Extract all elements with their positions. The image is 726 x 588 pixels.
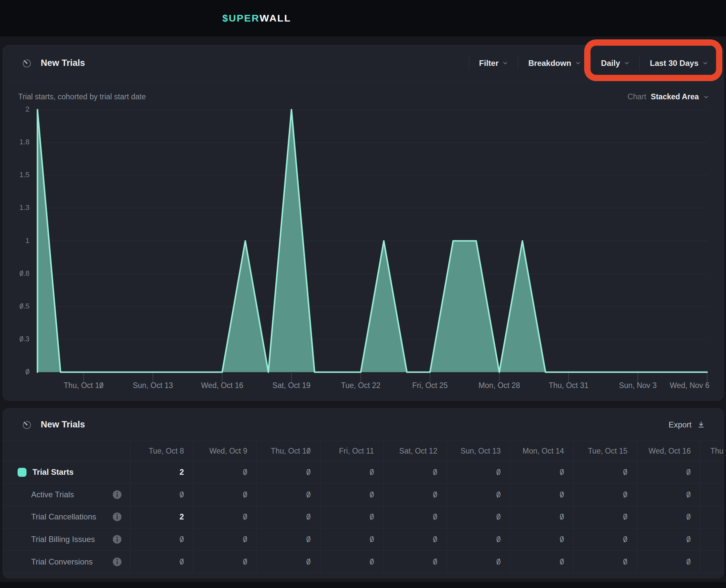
info-icon[interactable] <box>112 490 122 499</box>
chart-type-selector[interactable]: Chart Stacked Area <box>628 92 709 101</box>
chart-subtitle-row: Trial starts, cohorted by trial start da… <box>3 81 723 101</box>
table-cell: 0 <box>510 506 573 528</box>
table-panel-header: New Trials Export <box>3 408 723 441</box>
table-cell: 0 <box>573 506 637 528</box>
y-axis-label: 1.3 <box>3 203 29 212</box>
info-icon[interactable] <box>112 557 122 566</box>
chart-panel-header: New Trials Filter Breakdown Daily Last 3… <box>3 45 723 81</box>
table-cell: 0 <box>130 528 193 551</box>
table-cell: 0 <box>573 461 637 484</box>
table-cell: 0 <box>257 528 320 551</box>
table-cell: 0 <box>193 461 257 484</box>
row-label-text: Trial Conversions <box>31 557 93 566</box>
table-cell: 0 <box>510 484 573 506</box>
table-cell: 0 <box>383 551 447 573</box>
filter-dropdown[interactable]: Filter <box>469 56 518 70</box>
table-cell: 0 <box>257 506 320 528</box>
row-label-active-trials: Active Trials <box>3 484 130 506</box>
table-cell: 0 <box>510 528 573 551</box>
chart-type-label: Chart <box>628 92 646 101</box>
table-cell: 0 <box>510 551 573 573</box>
table-cell <box>700 551 723 573</box>
table-cell: 0 <box>193 551 257 573</box>
column-header: Tue, Oct 8 <box>130 441 193 461</box>
chevron-down-icon <box>703 60 708 66</box>
table-cell: 0 <box>257 461 320 484</box>
table-cell: 0 <box>193 506 257 528</box>
table-cell: 0 <box>447 461 510 484</box>
table-cell: 0 <box>320 528 383 551</box>
x-axis-label: Mon, Oct 28 <box>479 381 520 390</box>
breakdown-dropdown-label: Breakdown <box>528 59 571 68</box>
granularity-dropdown-label: Daily <box>601 59 620 68</box>
logo-text-white: WALL <box>260 13 291 24</box>
x-axis-label: Thu, Oct 31 <box>549 381 588 390</box>
logo-text-teal: $UPER <box>222 13 260 24</box>
column-header: Mon, Oct 14 <box>510 441 573 461</box>
date-range-dropdown-label: Last 30 Days <box>650 59 699 68</box>
table-title: New Trials <box>41 419 85 430</box>
chevron-down-icon <box>704 94 709 100</box>
y-axis-label: 0.5 <box>3 302 29 311</box>
table-cell: 0 <box>383 506 447 528</box>
table-cell: 0 <box>193 484 257 506</box>
table-cell: 0 <box>130 551 193 573</box>
table-corner-cell <box>3 441 130 461</box>
y-axis-label: 0.8 <box>3 269 29 278</box>
table-cell: 0 <box>637 484 700 506</box>
top-bar: $UPERWALL <box>0 0 726 37</box>
table-cell: 2 <box>130 506 193 528</box>
chevron-down-icon <box>502 60 508 66</box>
table-cell: 0 <box>383 484 447 506</box>
table-cell: 0 <box>320 461 383 484</box>
chevron-down-icon <box>575 60 581 66</box>
row-label-text: Active Trials <box>31 490 74 499</box>
y-axis-label: 1 <box>3 236 29 245</box>
column-header: Thu, Oct 10 <box>257 441 320 461</box>
table-cell: 0 <box>257 551 320 573</box>
table-cell: 0 <box>257 484 320 506</box>
column-header: Wed, Oct 16 <box>637 441 700 461</box>
table-cell: 0 <box>510 461 573 484</box>
breakdown-dropdown[interactable]: Breakdown <box>518 56 590 70</box>
table-cell: 0 <box>320 506 383 528</box>
chart-panel: 21.81.51.310.80.50.30Thu, Oct 10Sun, Oct… <box>3 45 724 401</box>
column-header: Sun, Oct 13 <box>447 441 510 461</box>
table-cell: 0 <box>637 528 700 551</box>
info-icon[interactable] <box>112 535 122 544</box>
row-label-text: Trial Billing Issues <box>31 535 95 544</box>
row-label-text: Trial Cancellations <box>31 512 96 522</box>
x-axis-label: Sat, Oct 19 <box>273 381 310 390</box>
granularity-dropdown[interactable]: Daily <box>591 56 640 70</box>
table-cell <box>700 461 723 484</box>
table-cell: 0 <box>447 506 510 528</box>
page-title: New Trials <box>41 58 85 68</box>
date-range-dropdown[interactable]: Last 30 Days <box>640 56 718 70</box>
table-panel: New Trials Export Tue, Oct 8Wed, Oct 9Th… <box>3 408 724 579</box>
table-cell: 0 <box>447 528 510 551</box>
y-axis-label: 0.3 <box>3 335 29 343</box>
x-axis-label: Wed, Nov 6 <box>670 381 709 390</box>
row-label-text: Trial Starts <box>33 467 74 477</box>
export-button[interactable]: Export <box>669 420 705 429</box>
info-icon[interactable] <box>112 512 122 522</box>
chart-type-value: Stacked Area <box>651 92 699 101</box>
y-axis-label: 1.8 <box>3 138 29 146</box>
table-cell: 0 <box>193 528 257 551</box>
table-cell: 0 <box>447 551 510 573</box>
superwall-logo[interactable]: $UPERWALL <box>222 0 291 37</box>
x-axis-label: Sun, Oct 13 <box>133 381 173 390</box>
table-cell: 0 <box>573 484 637 506</box>
chevron-down-icon <box>624 60 630 66</box>
column-header: Thu, O <box>700 441 723 461</box>
column-header: Sat, Oct 12 <box>383 441 447 461</box>
table-cell: 0 <box>320 551 383 573</box>
export-button-label: Export <box>669 420 691 429</box>
timer-icon <box>22 58 32 68</box>
row-label-trial-billing-issues: Trial Billing Issues <box>3 528 130 551</box>
table-cell: 0 <box>383 528 447 551</box>
row-label-trial-starts: Trial Starts <box>3 461 130 484</box>
y-axis-label: 0 <box>3 368 29 376</box>
row-label-trial-cancellations: Trial Cancellations <box>3 506 130 528</box>
table-cell: 2 <box>130 461 193 484</box>
